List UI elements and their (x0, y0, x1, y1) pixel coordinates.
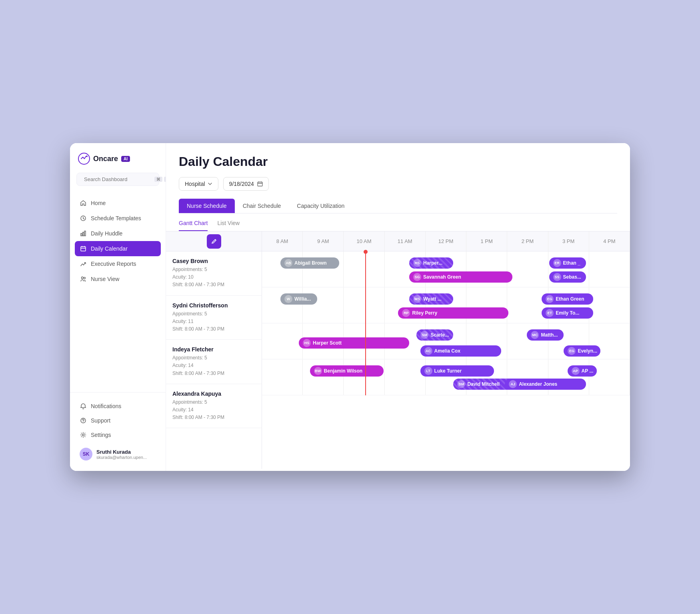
logo-text: Oncare (93, 155, 118, 163)
appointment-block[interactable]: EGEthan Green (542, 293, 593, 305)
ai-badge: AI (121, 156, 130, 162)
appointment-block[interactable]: LTLuke Turner (420, 365, 494, 377)
time-label: 1 PM (466, 231, 507, 251)
nurse-shift: Shift: 8:00 AM - 7:30 PM (172, 414, 255, 421)
svg-rect-13 (258, 182, 262, 186)
appointment-block[interactable]: WWillia... (280, 293, 317, 305)
time-label: 10 AM (344, 231, 384, 251)
appointment-label: Ethan _ (563, 260, 580, 266)
hospital-filter[interactable]: Hospital (179, 177, 218, 191)
nurse-acuity: Acuity: 14 (172, 362, 255, 369)
time-label: 2 PM (507, 231, 548, 251)
appointment-label: Alexander Jones (519, 381, 557, 387)
gantt-wrapper: Gantt Chart List View C (166, 213, 630, 471)
appointment-block[interactable]: ETEmily To... (542, 307, 593, 319)
view-tab-gantt[interactable]: Gantt Chart (179, 220, 208, 231)
sidebar-item-home[interactable]: Home (75, 195, 161, 211)
nurse-name: Casey Brown (172, 258, 255, 264)
appointment-label: Riley Perry (412, 310, 437, 316)
nurse-appointments: Appointments: 5 (172, 399, 255, 406)
date-filter[interactable]: 9/18/2024 (223, 177, 269, 191)
sidebar-item-schedule-templates[interactable]: Schedule Templates (75, 211, 161, 226)
appointment-block[interactable]: MCMatth... (527, 329, 564, 341)
users-icon (80, 275, 87, 283)
appointment-block[interactable]: EREthan _ (549, 257, 586, 269)
appointment-block[interactable]: ABAbigail Brown (280, 257, 339, 269)
time-label: 12 PM (426, 231, 466, 251)
sidebar-item-label-support: Support (91, 417, 110, 424)
appointment-label: Harper Scott (313, 340, 342, 346)
time-label: 11 AM (385, 231, 426, 251)
svg-point-1 (86, 155, 88, 157)
view-tabs: Gantt Chart List View (166, 213, 630, 231)
sidebar-item-label-notifications: Notifications (91, 403, 121, 409)
appointment-block[interactable]: BWBenjamin Wilson (310, 365, 384, 377)
svg-point-9 (84, 277, 86, 279)
sidebar-item-label-settings: Settings (91, 432, 111, 438)
nurse-acuity: Acuity: 11 (172, 318, 255, 325)
appointment-block[interactable]: HSHarper... (409, 257, 453, 269)
view-tab-list[interactable]: List View (217, 220, 240, 231)
sidebar-bottom: Notifications Support (70, 392, 166, 471)
oncare-logo-icon (78, 153, 90, 165)
user-name: Sruthi Kurada (96, 449, 156, 455)
page-title: Daily Calendar (179, 154, 617, 169)
svg-rect-5 (83, 232, 84, 236)
user-info: Sruthi Kurada skurada@wharton.upen... (96, 449, 156, 460)
nurse-appointments: Appointments: 5 (172, 310, 255, 318)
nurse-name: Sydni Christofferson (172, 302, 255, 309)
sidebar-item-support[interactable]: Support (75, 413, 161, 428)
appointment-block[interactable]: ACAmelia Cox (420, 345, 501, 357)
appointment-block[interactable]: SSSebas... (549, 271, 586, 283)
sidebar: Oncare AI ⌘ K Home (70, 143, 166, 471)
sidebar-item-label-executive-reports: Executive Reports (91, 261, 136, 267)
sidebar-item-settings[interactable]: Settings (75, 428, 161, 442)
edit-button[interactable] (207, 234, 221, 249)
appointment-label: Abigail Brown (294, 260, 327, 266)
appointment-block[interactable]: AJAlexander Jones (505, 379, 586, 390)
tab-chair-schedule[interactable]: Chair Schedule (235, 199, 289, 213)
sidebar-item-nurse-view[interactable]: Nurse View (75, 271, 161, 287)
time-label: 3 PM (548, 231, 589, 251)
timeline-row: HSHarper ScottSMScarle...MCMatth...ACAme… (262, 323, 630, 359)
timeline-panel: 8 AM9 AM10 AM11 AM12 PM1 PM2 PM3 PM4 PM … (262, 231, 630, 469)
appointment-block[interactable]: WSWyatt ... (409, 293, 453, 305)
nurse-name: Alexandra Kapuya (172, 391, 255, 397)
search-input[interactable] (84, 176, 151, 182)
appointment-block[interactable]: APAP ... (568, 365, 597, 377)
sidebar-item-executive-reports[interactable]: Executive Reports (75, 256, 161, 271)
sidebar-item-notifications[interactable]: Notifications (75, 399, 161, 413)
nurse-shift: Shift: 8:00 AM - 7:30 PM (172, 281, 255, 289)
appointment-block[interactable]: HSHarper Scott (299, 337, 409, 349)
appointment-label: Wyatt ... (423, 296, 442, 302)
nurse-row: Alexandra Kapuya Appointments: 5 Acuity:… (166, 384, 262, 429)
nurse-row: Casey Brown Appointments: 5 Acuity: 10 S… (166, 251, 262, 296)
appointment-block[interactable]: SGSavannah Green (409, 271, 512, 283)
appointment-block[interactable]: RPRiley Perry (398, 307, 508, 319)
appointment-label: AP ... (582, 368, 594, 374)
sidebar-item-daily-calendar[interactable]: Daily Calendar (75, 241, 161, 256)
help-icon (80, 417, 87, 424)
timeline-header: 8 AM9 AM10 AM11 AM12 PM1 PM2 PM3 PM4 PM (262, 231, 630, 251)
appointment-label: Benjamin Wilson (324, 368, 363, 374)
sidebar-item-daily-huddle[interactable]: Daily Huddle (75, 226, 161, 241)
timeline-row: BWBenjamin WilsonLTLuke TurnerAPAP ...DM… (262, 359, 630, 395)
current-time-line (365, 251, 366, 395)
nurse-appointments: Appointments: 5 (172, 266, 255, 273)
calendar-small-icon (257, 181, 263, 187)
calendar-icon (80, 245, 87, 252)
search-bar[interactable]: ⌘ K (76, 173, 159, 186)
appointment-block[interactable]: SMScarle... (416, 329, 453, 341)
tab-capacity-utilization[interactable]: Capacity Utilization (289, 199, 352, 213)
sidebar-item-label-nurse-view: Nurse View (91, 276, 119, 282)
appointment-label: Willia... (294, 296, 311, 302)
svg-rect-7 (81, 247, 86, 251)
tab-nurse-schedule[interactable]: Nurse Schedule (179, 199, 235, 213)
nurse-list: Casey Brown Appointments: 5 Acuity: 10 S… (166, 231, 262, 469)
appointment-block[interactable]: EGEvelyn... (564, 345, 600, 357)
main-content: Daily Calendar Hospital 9/18/2024 (166, 143, 630, 471)
gantt-content: Casey Brown Appointments: 5 Acuity: 10 S… (166, 231, 630, 469)
user-profile[interactable]: SK Sruthi Kurada skurada@wharton.upen... (75, 444, 161, 464)
nurse-list-header (166, 231, 262, 251)
header-controls: Hospital 9/18/2024 (179, 177, 617, 191)
